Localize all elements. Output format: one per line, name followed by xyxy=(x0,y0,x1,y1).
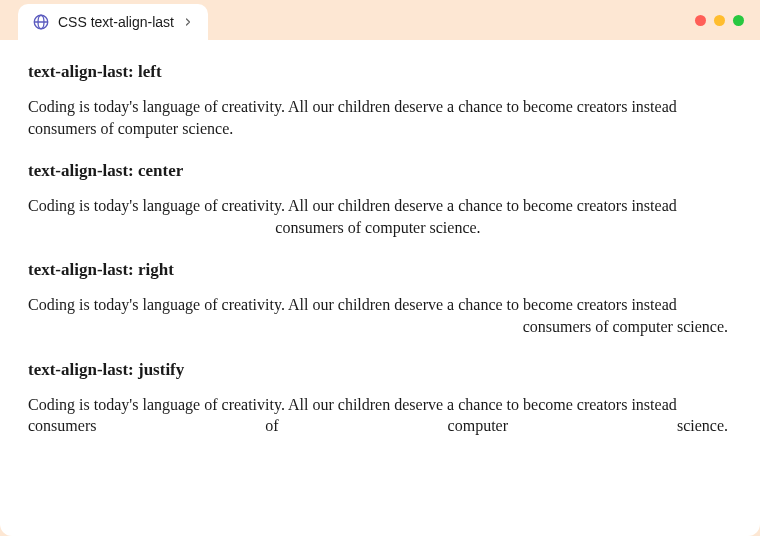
heading-left: text-align-last: left xyxy=(28,62,732,82)
tab-title: CSS text-align-last xyxy=(58,14,174,30)
heading-center: text-align-last: center xyxy=(28,161,732,181)
window-chrome: CSS text-align-last xyxy=(0,0,760,40)
paragraph-left: Coding is today's language of creativity… xyxy=(28,96,728,139)
minimize-window-button[interactable] xyxy=(714,15,725,26)
content-area: text-align-last: left Coding is today's … xyxy=(0,40,760,536)
globe-icon xyxy=(32,13,50,31)
paragraph-justify: Coding is today's language of creativity… xyxy=(28,394,728,437)
heading-justify: text-align-last: justify xyxy=(28,360,732,380)
chevron-right-icon xyxy=(182,16,194,28)
window-controls xyxy=(695,15,744,26)
close-window-button[interactable] xyxy=(695,15,706,26)
browser-tab[interactable]: CSS text-align-last xyxy=(18,4,208,40)
maximize-window-button[interactable] xyxy=(733,15,744,26)
paragraph-center: Coding is today's language of creativity… xyxy=(28,195,728,238)
heading-right: text-align-last: right xyxy=(28,260,732,280)
paragraph-right: Coding is today's language of creativity… xyxy=(28,294,728,337)
